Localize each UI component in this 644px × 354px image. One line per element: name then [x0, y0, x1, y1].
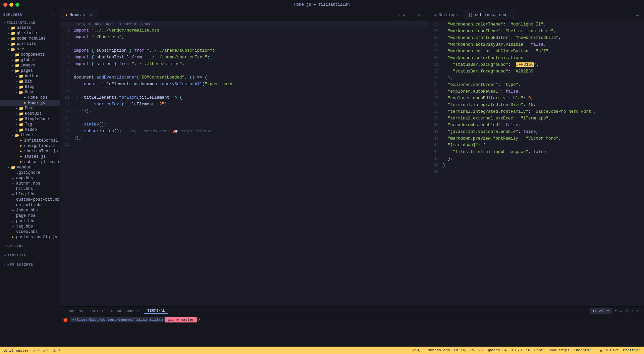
- status-branch[interactable]: ⎇ ⎇ master: [3, 348, 29, 353]
- sidebar-item-assets[interactable]: ▸ 📁 assets: [0, 25, 60, 31]
- status-indents-count[interactable]: Indents: 1: [574, 348, 596, 352]
- status-go-live[interactable]: ◉ Go Live: [600, 348, 619, 353]
- sidebar-item-home-css[interactable]: ▸ ● Home.css: [0, 95, 60, 100]
- sidebar-item-page-hbs[interactable]: ▸ — page.hbs: [0, 213, 60, 218]
- forward-icon[interactable]: →: [413, 13, 415, 17]
- sidebar-item-subscription[interactable]: ▸ ● subscription.js: [0, 159, 60, 165]
- encoding-label: UTF-8: [511, 348, 522, 352]
- sidebar-item-post[interactable]: ▸ 📁 Post: [0, 106, 60, 111]
- run-icon[interactable]: ▶: [403, 13, 405, 18]
- sidebar-item-blog-hbs[interactable]: ▸ — blog.hbs: [0, 192, 60, 197]
- split-terminal-icon[interactable]: ⊟: [620, 308, 622, 313]
- sidebar-item-video-hbs[interactable]: ▸ — video.hbs: [0, 229, 60, 235]
- status-position[interactable]: Ln 16, Col 20: [454, 348, 483, 352]
- settings-icon[interactable]: ⚙: [418, 13, 421, 18]
- sidebar-item-video[interactable]: ▸ 📁 Video: [0, 127, 60, 133]
- status-info[interactable]: ⓘ 0: [53, 348, 60, 353]
- add-terminal-icon[interactable]: +: [614, 309, 617, 313]
- tab-home-js[interactable]: ● Home.js ✕: [60, 9, 97, 21]
- line-number: 30: [429, 55, 443, 61]
- sidebar-section-npm-scripts[interactable]: ▸ NPM SCRIPTS: [0, 259, 60, 268]
- sidebar-item-shortentext[interactable]: ▸ ● shortenText.js: [0, 149, 60, 154]
- code-line: 16 ····subscription();You, 5 months ago …: [60, 128, 429, 135]
- more-icon[interactable]: ⋯: [635, 12, 641, 18]
- sidebar-section-outline[interactable]: ▸ OUTLINE: [0, 240, 60, 249]
- sidebar-item-author[interactable]: ▸ 📁 Author: [0, 73, 60, 79]
- sidebar-item-vendor[interactable]: ▸ 📁 vendor: [0, 165, 60, 170]
- sidebar-item-post-hbs[interactable]: ▸ — post.hbs: [0, 218, 60, 224]
- line-number: 18: [60, 141, 74, 148]
- tab-settings[interactable]: ⚙ Settings: [429, 9, 463, 21]
- sidebar-item-theme[interactable]: ▾ 📂 theme: [0, 133, 60, 138]
- tab-label: Settings: [439, 13, 458, 17]
- sidebar-item-node-modules[interactable]: ▸ 📁 node_modules: [0, 36, 60, 41]
- sidebar-item-bit[interactable]: ▸ 📁 Bit: [0, 79, 60, 84]
- sidebar-item-author-hbs[interactable]: ▸ — author.hbs: [0, 181, 60, 186]
- status-prettier[interactable]: Prettier: [623, 348, 641, 352]
- code-content-left[interactable]: 1 import "../../vendor/normalize.css"; 2…: [60, 27, 429, 306]
- tab-close-icon[interactable]: ✕: [509, 13, 512, 17]
- sidebar-more-icon[interactable]: ⋯: [50, 12, 57, 18]
- sidebar-item-infinitescroll[interactable]: ▸ ● infiniteScroll.js: [0, 138, 60, 143]
- chevron-down-icon[interactable]: ∨: [637, 308, 639, 313]
- line-content: import "./Home.css";: [74, 34, 429, 41]
- terminal-tab-problems[interactable]: PROBLEMS: [62, 308, 87, 314]
- split-editor-icon[interactable]: ⇄: [398, 13, 400, 18]
- sidebar-item-gitignore[interactable]: ▸ — .gitignore: [0, 170, 60, 175]
- sidebar-item-singlepage[interactable]: ▸ 📁 SinglePage: [0, 116, 60, 122]
- sidebar-item-index-hbs[interactable]: ▸ — index.hbs: [0, 208, 60, 213]
- status-language[interactable]: Babel JavaScript: [534, 348, 570, 352]
- maximize-button[interactable]: [15, 3, 19, 7]
- sidebar-item-postcss[interactable]: ▸ ● postcss.config.js: [0, 235, 60, 240]
- sidebar-item-navigation[interactable]: ▸ ● navigation.js: [0, 143, 60, 149]
- sidebar-root[interactable]: ▾ FILISANTILLAN: [0, 20, 60, 25]
- terminal-dropdown[interactable]: 1: zsh ▾: [590, 308, 612, 314]
- sidebar-item-blog[interactable]: ▸ 📁 Blog: [0, 84, 60, 90]
- sidebar-item-components[interactable]: ▸ 📁 components: [0, 52, 60, 57]
- status-warnings[interactable]: ⚠ 0: [43, 348, 48, 353]
- json-content[interactable]: 25 "workbench.colorTheme": "Moonlight II…: [429, 21, 644, 306]
- close-button[interactable]: [3, 3, 7, 7]
- sidebar-item-default-hbs[interactable]: ▸ — default.hbs: [0, 202, 60, 208]
- sidebar-item-label: shortenText.js: [24, 149, 58, 154]
- position-label: Ln 16, Col 20: [454, 348, 483, 352]
- terminal-tab-debug-console[interactable]: DEBUG CONSOLE: [108, 308, 143, 314]
- sidebar-header: Explorer ⋯: [0, 9, 60, 20]
- sidebar-item-home-js[interactable]: ▸ ● Home.js: [0, 100, 60, 106]
- terminal-content[interactable]: 🍎 ~/Sites/blog/content/themes/filisantil…: [60, 315, 644, 347]
- sidebar-item-src[interactable]: ▾ 📂 src: [0, 47, 60, 52]
- status-indents[interactable]: 16: [526, 348, 530, 352]
- tab-close-icon[interactable]: ✕: [90, 13, 92, 17]
- sidebar-item-bit-hbs[interactable]: ▸ — bit.hbs: [0, 186, 60, 192]
- status-spaces[interactable]: Spaces: 4: [487, 348, 506, 352]
- sidebar-item-home[interactable]: ▾ 📂 Home: [0, 90, 60, 95]
- sidebar-item-pages[interactable]: ▾ 📂 pages: [0, 68, 60, 73]
- delete-terminal-icon[interactable]: 🗑: [625, 308, 629, 313]
- line-number: 33: [429, 75, 443, 82]
- chevron-right-icon: ▸: [15, 112, 19, 116]
- back-icon[interactable]: ←: [408, 13, 410, 17]
- more-icon[interactable]: ⋯: [423, 13, 426, 18]
- error-icon: ⊘: [33, 348, 35, 353]
- sidebar-item-amp[interactable]: ▸ — amp.hbs: [0, 175, 60, 181]
- sidebar-item-images[interactable]: ▸ 📁 images: [0, 63, 60, 68]
- sidebar-item-states[interactable]: ▸ ● states.js: [0, 154, 60, 159]
- sidebar-item-custom-post-bit[interactable]: ▸ — custom-post-bit.hbs: [0, 197, 60, 202]
- terminal-tab-terminal[interactable]: TERMINAL: [144, 308, 168, 314]
- sidebar-item-label: custom-post-bit.hbs: [16, 197, 60, 202]
- terminal-tab-output[interactable]: OUTPUT: [87, 308, 107, 314]
- status-encoding[interactable]: UTF-8: [511, 348, 522, 352]
- sidebar-item-gh-static[interactable]: ▸ 📁 gh-static: [0, 31, 60, 36]
- sidebar-item-postbit[interactable]: ▸ 📁 PostBit: [0, 111, 60, 116]
- sidebar-item-global[interactable]: ▸ 📁 global: [0, 57, 60, 63]
- minimize-button[interactable]: [9, 3, 13, 7]
- sidebar-item-tag[interactable]: ▸ 📁 Tag: [0, 122, 60, 127]
- chevron-up-icon[interactable]: ∧: [632, 308, 634, 313]
- status-errors[interactable]: ⊘ 0: [33, 348, 39, 353]
- tab-settings-json[interactable]: {} settings.json ✕: [463, 9, 517, 21]
- sidebar-item-tag-hbs[interactable]: ▸ — tag.hbs: [0, 224, 60, 229]
- sidebar-section-timeline[interactable]: ▸ TIMELINE: [0, 249, 60, 259]
- sidebar-item-partials[interactable]: ▸ 📁 partials: [0, 41, 60, 47]
- sidebar-item-label: vendor: [17, 165, 31, 170]
- line-content: "workbench.colorCustomizations": {: [443, 55, 644, 61]
